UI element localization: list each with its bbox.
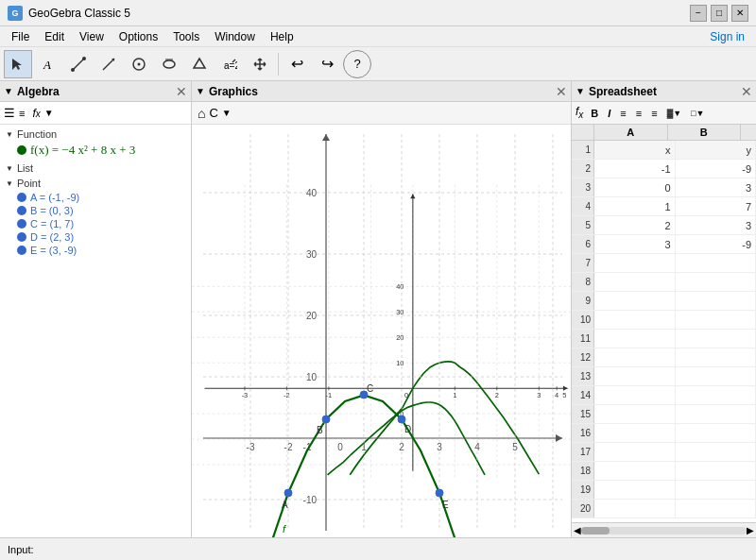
- ss-col-b-header[interactable]: B: [668, 125, 742, 140]
- algebra-toolbar: ☰ ≡ fx ▼: [0, 102, 191, 125]
- point-tool-button[interactable]: A: [34, 50, 62, 78]
- svg-text:20: 20: [306, 311, 318, 321]
- algebra-sort-icon[interactable]: ☰: [4, 106, 15, 120]
- point-d-item[interactable]: D = (2, 3): [6, 230, 185, 244]
- table-row: 17: [572, 443, 756, 462]
- ss-cell[interactable]: 3: [676, 178, 757, 196]
- segment-tool-button[interactable]: [94, 50, 123, 78]
- svg-point-8: [163, 60, 175, 68]
- point-d-label: D = (2, 3): [30, 231, 74, 243]
- menu-file[interactable]: File: [4, 28, 37, 45]
- algebra-close-button[interactable]: ✕: [176, 84, 187, 99]
- input-field[interactable]: [38, 544, 227, 555]
- ss-cell[interactable]: -1: [594, 160, 676, 178]
- spreadsheet-close-button[interactable]: ✕: [741, 84, 752, 99]
- table-row: 11: [572, 330, 756, 348]
- svg-text:4: 4: [474, 442, 480, 452]
- svg-point-3: [82, 57, 86, 60]
- algebra-collapse-icon[interactable]: ▼: [4, 86, 13, 96]
- ss-cell[interactable]: 1: [594, 197, 676, 215]
- ss-cell[interactable]: 3: [676, 216, 757, 234]
- spreadsheet-rows[interactable]: 1 x y 2 -1 -9 3 0 3 4: [572, 141, 756, 522]
- app-icon: G: [8, 6, 23, 21]
- ss-scroll-thumb[interactable]: [581, 527, 610, 535]
- app-title: GeoGebra Classic 5: [28, 7, 690, 20]
- point-a-item[interactable]: A = (-1, -9): [6, 191, 185, 204]
- menu-window[interactable]: Window: [207, 28, 263, 45]
- spreadsheet-collapse-icon[interactable]: ▼: [576, 86, 585, 96]
- table-row: 13: [572, 367, 756, 386]
- algebra-fx-icon[interactable]: fx: [32, 107, 40, 120]
- ss-bold-button[interactable]: B: [587, 106, 602, 121]
- point-b-dot: [17, 206, 26, 215]
- menu-help[interactable]: Help: [263, 28, 301, 45]
- ss-col-a-header[interactable]: A: [594, 125, 668, 140]
- conic-tool-button[interactable]: [155, 50, 183, 78]
- ss-align-right-button[interactable]: ≡: [647, 106, 661, 121]
- ss-cell[interactable]: 2: [594, 216, 676, 234]
- point-c-dot: [17, 219, 26, 229]
- ss-align-center-button[interactable]: ≡: [632, 106, 645, 121]
- ss-fx-icon: fx: [576, 105, 583, 120]
- graphics-home-icon[interactable]: ⌂: [198, 106, 205, 121]
- svg-point-91: [398, 416, 405, 423]
- algebra-chevron-icon[interactable]: ▼: [44, 108, 54, 118]
- point-section-title[interactable]: Point: [6, 178, 185, 189]
- ss-cell[interactable]: 7: [676, 197, 757, 215]
- menu-options[interactable]: Options: [112, 28, 165, 45]
- main-area: ▼ Algebra ✕ ☰ ≡ fx ▼ Function f(x) = −4 …: [0, 81, 756, 537]
- spreadsheet-panel: ▼ Spreadsheet ✕ fx B I ≡ ≡ ≡ ▓▼ □▼ A B: [572, 81, 756, 537]
- help-button[interactable]: ?: [343, 50, 371, 78]
- signin-link[interactable]: Sign in: [702, 28, 752, 45]
- svg-point-87: [322, 416, 330, 423]
- ss-cell[interactable]: -9: [676, 235, 757, 253]
- ss-cell[interactable]: y: [676, 141, 757, 159]
- point-e-item[interactable]: E = (3, -9): [6, 244, 185, 257]
- ss-border-button[interactable]: □▼: [687, 107, 708, 120]
- ss-cell[interactable]: x: [594, 141, 676, 159]
- list-section-title[interactable]: List: [6, 162, 185, 174]
- line-tool-button[interactable]: [64, 50, 93, 78]
- maximize-button[interactable]: □: [711, 5, 728, 22]
- svg-marker-10: [194, 59, 205, 68]
- ss-align-left-button[interactable]: ≡: [616, 106, 629, 121]
- ss-italic-button[interactable]: I: [604, 106, 614, 121]
- function-section-title[interactable]: Function: [6, 128, 185, 140]
- redo-button[interactable]: ↪: [313, 50, 341, 78]
- ss-scroll-right[interactable]: ▶: [747, 525, 754, 535]
- point-b-item[interactable]: B = (0, 3): [6, 204, 185, 217]
- menu-edit[interactable]: Edit: [37, 28, 72, 45]
- menu-view[interactable]: View: [72, 28, 112, 45]
- point-c-item[interactable]: C = (1, 7): [6, 217, 185, 230]
- circle-tool-button[interactable]: [125, 50, 153, 78]
- graphics-down-icon[interactable]: ▼: [222, 108, 232, 118]
- minimize-button[interactable]: −: [690, 5, 707, 22]
- menu-bar: File Edit View Options Tools Window Help…: [0, 26, 756, 47]
- algebra-aux-icon[interactable]: ≡: [19, 108, 25, 119]
- undo-button[interactable]: ↩: [283, 50, 311, 78]
- svg-marker-55: [556, 434, 562, 442]
- select-tool-button[interactable]: [4, 50, 32, 78]
- move-tool-button[interactable]: [246, 50, 274, 78]
- ss-cell[interactable]: -9: [676, 160, 757, 178]
- point-a-dot: [17, 193, 26, 202]
- ss-color-button[interactable]: ▓▼: [663, 107, 685, 120]
- ss-row-num: 2: [572, 160, 594, 178]
- graphics-refresh-icon[interactable]: C: [209, 106, 217, 120]
- ss-scroll-track[interactable]: [581, 527, 747, 535]
- polygon-tool-button[interactable]: [185, 50, 214, 78]
- menu-tools[interactable]: Tools: [165, 28, 207, 45]
- ss-cell[interactable]: 0: [594, 178, 676, 196]
- canvas-area[interactable]: -3 -2 -1 1 2 3 4 5 0 40 30 20: [192, 125, 571, 537]
- function-formula: f(x) = −4 x² + 8 x + 3: [30, 143, 135, 158]
- function-item[interactable]: f(x) = −4 x² + 8 x + 3: [6, 142, 185, 159]
- graphics-close-button[interactable]: ✕: [556, 84, 567, 99]
- close-button[interactable]: ✕: [731, 5, 748, 22]
- ss-cell[interactable]: 3: [594, 235, 676, 253]
- point-c-label: C = (1, 7): [30, 218, 74, 229]
- ss-scroll-left[interactable]: ◀: [574, 525, 581, 535]
- graphics-collapse-icon[interactable]: ▼: [196, 86, 205, 96]
- ss-horizontal-scrollbar[interactable]: ◀ ▶: [572, 522, 756, 537]
- angle-tool-button[interactable]: a=2: [215, 50, 244, 78]
- svg-text:-2: -2: [284, 442, 293, 452]
